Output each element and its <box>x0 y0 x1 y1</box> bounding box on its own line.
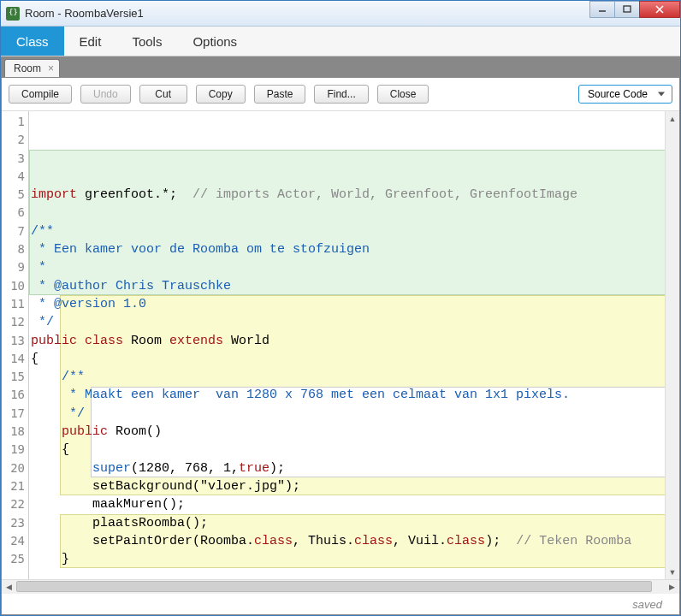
view-mode-label: Source Code <box>588 88 648 100</box>
app-icon <box>6 7 20 21</box>
scroll-left-icon[interactable]: ◀ <box>2 583 16 591</box>
file-tabbar: Room × <box>1 56 680 77</box>
content-area: Compile Undo Cut Copy Paste Find... Clos… <box>1 77 680 615</box>
toolbar: Compile Undo Cut Copy Paste Find... Clos… <box>2 78 679 110</box>
maximize-button[interactable] <box>614 1 640 18</box>
code-area[interactable]: import greenfoot.*; // imports Actor, Wo… <box>29 111 679 579</box>
file-tab-room[interactable]: Room × <box>4 59 60 77</box>
status-bar: saved <box>2 594 679 614</box>
window-controls <box>590 1 680 18</box>
copy-button[interactable]: Copy <box>196 85 246 104</box>
find-button[interactable]: Find... <box>314 85 368 104</box>
window-title: Room - RoombaVersie1 <box>25 7 144 20</box>
scroll-track[interactable] <box>16 580 665 594</box>
menu-class[interactable]: Class <box>1 27 64 56</box>
close-button[interactable]: Close <box>377 85 429 104</box>
menubar: Class Edit Tools Options <box>1 27 680 56</box>
menu-tools[interactable]: Tools <box>116 27 177 56</box>
minimize-button[interactable] <box>589 1 615 18</box>
editor[interactable]: 1234567891011121314151617181920212223242… <box>2 110 679 579</box>
cut-button[interactable]: Cut <box>139 85 187 104</box>
menu-options[interactable]: Options <box>177 27 252 56</box>
file-tab-label: Room <box>14 62 41 74</box>
scroll-up-icon[interactable]: ▲ <box>666 111 679 126</box>
line-gutter: 1234567891011121314151617181920212223242… <box>2 111 29 579</box>
view-mode-select[interactable]: Source Code <box>578 85 672 104</box>
svg-rect-1 <box>624 6 631 12</box>
window-close-button[interactable] <box>639 1 680 18</box>
scroll-right-icon[interactable]: ▶ <box>665 583 679 591</box>
scroll-thumb[interactable] <box>16 581 652 592</box>
horizontal-scrollbar[interactable]: ◀ ▶ <box>2 579 679 594</box>
window-titlebar: Room - RoombaVersie1 <box>1 1 680 27</box>
status-text: saved <box>632 598 662 611</box>
paste-button[interactable]: Paste <box>254 85 306 104</box>
menu-edit[interactable]: Edit <box>64 27 117 56</box>
compile-button[interactable]: Compile <box>9 85 72 104</box>
undo-button[interactable]: Undo <box>80 85 131 104</box>
close-tab-icon[interactable]: × <box>48 62 54 74</box>
